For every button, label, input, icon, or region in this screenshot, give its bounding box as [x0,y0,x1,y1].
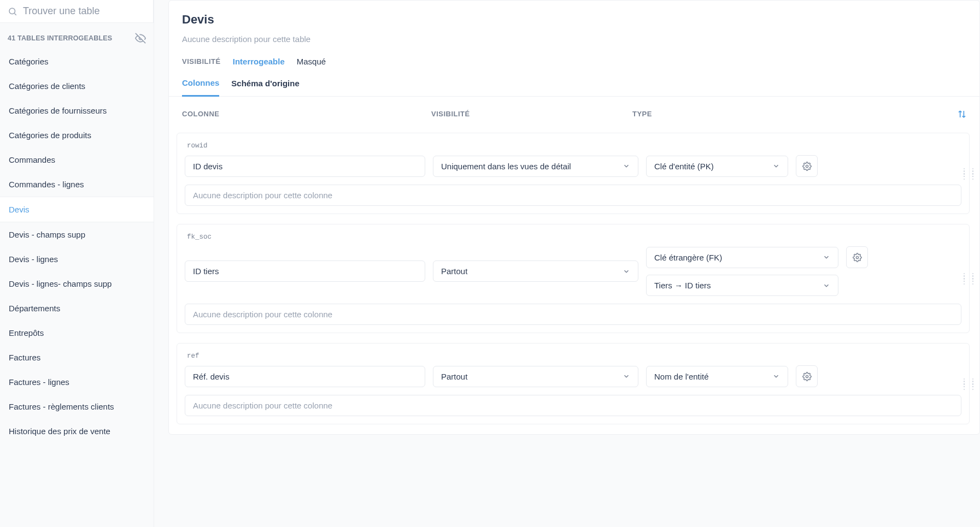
sort-icon[interactable] [958,110,966,119]
svg-line-1 [14,13,16,15]
column-card: refPartoutNom de l'entité⋮⋮⋮⋮⋮⋮ [177,343,970,424]
sidebar-header: 41 TABLES INTERROGEABLES [0,23,154,49]
search-input[interactable] [23,5,145,17]
column-card: rowidUniquement dans les vues de détailC… [177,133,970,214]
visibility-label: VISIBILITÉ [182,57,221,66]
sidebar-item[interactable]: Factures [0,345,154,370]
gear-icon[interactable] [846,246,868,268]
eye-off-icon[interactable] [135,33,146,44]
column-type-select[interactable]: Clé d'entité (PK) [646,156,788,177]
drag-handle-icon[interactable]: ⋮⋮⋮⋮⋮⋮ [960,275,978,283]
page-title: Devis [182,13,966,27]
svg-point-3 [856,256,858,258]
tab[interactable]: Schéma d'origine [231,79,299,96]
svg-point-2 [806,165,808,167]
sidebar-item[interactable]: Entrepôts [0,321,154,345]
sidebar-item[interactable]: Devis [0,197,154,222]
column-header-name: COLONNE [182,110,431,119]
column-visibility-select[interactable]: Uniquement dans les vues de détail [433,156,638,177]
sidebar-item[interactable]: Commandes [0,147,154,172]
sidebar-item[interactable]: Catégories de fournisseurs [0,98,154,123]
column-name-input[interactable] [185,366,425,387]
column-card: fk_socPartoutClé étrangère (FK)Tiers → I… [177,224,970,333]
drag-handle-icon[interactable]: ⋮⋮⋮⋮⋮⋮ [960,380,978,388]
tables-count-label: 41 TABLES INTERROGEABLES [8,34,112,42]
column-db-name: rowid [185,140,961,155]
search-icon [8,7,17,16]
visibility-option[interactable]: Interrogeable [233,57,285,66]
column-name-input[interactable] [185,156,425,177]
tabs: ColonnesSchéma d'origine [169,78,979,97]
column-type-select[interactable]: Clé étrangère (FK) [646,247,838,268]
column-name-input[interactable] [185,260,425,282]
sidebar-item[interactable]: Devis - lignes- champs supp [0,271,154,296]
column-visibility-select[interactable]: Partout [433,260,638,282]
visibility-option[interactable]: Masqué [297,57,326,66]
search-container [0,0,154,23]
column-db-name: fk_soc [185,231,961,246]
column-fk-target-select[interactable]: Tiers → ID tiers [646,275,838,296]
page-description[interactable]: Aucune description pour cette table [182,31,966,44]
column-visibility-select[interactable]: Partout [433,366,638,387]
drag-handle-icon[interactable]: ⋮⋮⋮⋮⋮⋮ [960,169,978,177]
sidebar-item[interactable]: Catégories de produits [0,123,154,147]
main: Devis Aucune description pour cette tabl… [154,0,980,527]
sidebar-item[interactable]: Devis - champs supp [0,222,154,247]
svg-point-0 [9,8,15,14]
column-db-name: ref [185,350,961,365]
panel: Devis Aucune description pour cette tabl… [168,0,980,435]
tab[interactable]: Colonnes [182,78,219,97]
column-header-type: TYPE [632,110,958,119]
columns-header: COLONNE VISIBILITÉ TYPE [169,97,979,126]
sidebar-item[interactable]: Devis - lignes [0,247,154,271]
table-list: CatégoriesCatégories de clientsCatégorie… [0,49,154,527]
sidebar-item[interactable]: Factures - règlements clients [0,394,154,419]
column-type-select[interactable]: Nom de l'entité [646,366,788,387]
gear-icon[interactable] [796,155,818,177]
column-header-visibility: VISIBILITÉ [431,110,632,119]
sidebar-item[interactable]: Historique des prix de vente [0,419,154,443]
sidebar-item[interactable]: Factures - lignes [0,370,154,394]
sidebar-item[interactable]: Catégories de clients [0,74,154,98]
column-description-input[interactable] [185,304,961,325]
sidebar: 41 TABLES INTERROGEABLES CatégoriesCatég… [0,0,154,527]
sidebar-item[interactable]: Commandes - lignes [0,172,154,197]
sidebar-item[interactable]: Catégories [0,49,154,74]
gear-icon[interactable] [796,365,818,387]
visibility-row: VISIBILITÉ InterrogeableMasqué [169,57,979,66]
svg-point-4 [806,375,808,377]
sidebar-item[interactable]: Départements [0,296,154,321]
columns-list: rowidUniquement dans les vues de détailC… [169,133,979,424]
panel-header: Devis Aucune description pour cette tabl… [169,1,979,54]
column-description-input[interactable] [185,185,961,206]
column-description-input[interactable] [185,395,961,416]
